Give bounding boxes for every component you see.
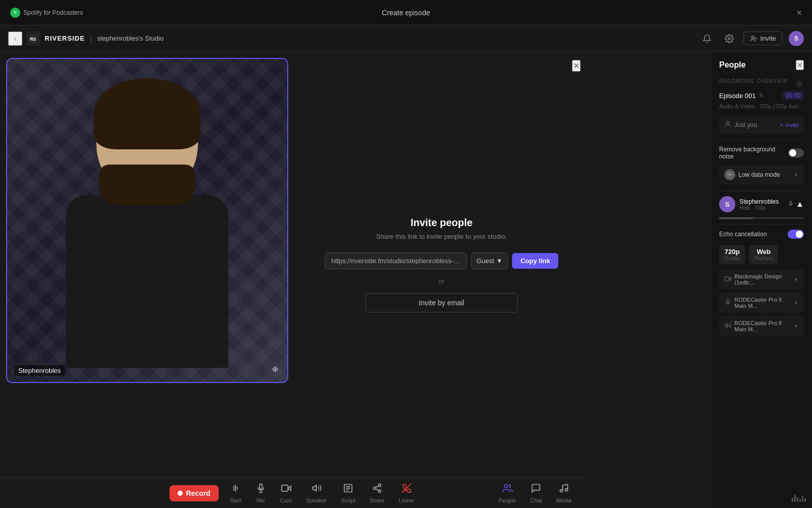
low-data-left: Low data mode	[724, 169, 780, 180]
invite-panel-close[interactable]: ✕	[572, 60, 581, 72]
svg-point-34	[727, 121, 729, 124]
people-icon	[502, 483, 513, 496]
edit-episode-icon[interactable]: ✎	[759, 92, 764, 99]
svg-point-24	[378, 484, 381, 486]
script-button[interactable]: Script	[336, 480, 360, 506]
script-label: Script	[341, 497, 355, 503]
device-left: Blackmagic Design (1edb:...	[724, 273, 794, 285]
mic-level-icon	[788, 200, 794, 209]
invite-link-row: https://riverside.fm/studio/stephenroble…	[325, 252, 558, 269]
script-icon	[343, 483, 353, 496]
cam-label: Cam	[280, 497, 292, 503]
platform-badge: Web Platform	[749, 245, 778, 264]
cam-button[interactable]: Cam	[275, 480, 297, 506]
speaker-device-row[interactable]: RODECaster Pro II Main M... ▼	[719, 316, 804, 336]
wave-bar-1	[792, 498, 793, 502]
person-silhouette	[7, 59, 287, 382]
invite-link-input[interactable]: https://riverside.fm/studio/stephenroble…	[325, 252, 467, 269]
cam-icon	[281, 483, 291, 496]
speaker-icon	[312, 483, 322, 496]
media-button[interactable]: Media	[549, 480, 579, 506]
svg-rect-14	[259, 484, 262, 489]
panel-invite-label: Invite	[786, 122, 799, 128]
chevron-up-icon[interactable]: ▲	[796, 200, 804, 209]
invite-panel: ✕ Invite people Share this link to invit…	[294, 52, 589, 478]
invite-subtitle: Share this link to invite people to your…	[376, 233, 507, 240]
person-role-text: Host 720p	[739, 205, 784, 211]
share-label: Share	[369, 497, 384, 503]
people-button[interactable]: People	[492, 480, 523, 506]
wave-bar-6	[804, 498, 806, 502]
leave-button[interactable]: Leave	[394, 480, 419, 506]
episode-name: Episode 001	[719, 92, 756, 100]
low-data-icon	[724, 169, 735, 180]
video-device-row[interactable]: Blackmagic Design (1edb:... ▼	[719, 269, 804, 290]
video-container: Stephenrobles	[6, 58, 288, 383]
start-icon	[230, 483, 241, 496]
wave-bar-2	[794, 495, 796, 502]
media-icon	[559, 483, 569, 496]
svg-point-33	[799, 83, 800, 84]
copy-link-button[interactable]: Copy link	[512, 253, 558, 269]
svg-rect-18	[281, 485, 288, 491]
quality-sub: Quality	[724, 256, 740, 261]
back-button[interactable]: ‹	[8, 31, 22, 46]
svg-marker-44	[725, 323, 727, 327]
close-button[interactable]: ×	[796, 7, 802, 18]
start-button[interactable]: Start	[225, 480, 247, 506]
speaker-device-icon	[724, 322, 731, 331]
person-controls: ▲	[788, 200, 804, 209]
chevron-down-icon: ▼	[496, 257, 503, 265]
svg-point-25	[373, 487, 376, 489]
panel-close-button[interactable]: ✕	[796, 60, 804, 70]
guest-label: Guest	[477, 257, 494, 265]
low-data-row[interactable]: Low data mode ▼	[719, 165, 804, 184]
speaker-label: Speaker	[306, 497, 327, 503]
svg-marker-17	[288, 486, 291, 490]
notification-button[interactable]	[699, 30, 715, 47]
avatar: S	[789, 31, 804, 46]
volume-bar	[719, 217, 804, 219]
speaker-button[interactable]: Speaker	[301, 480, 332, 506]
person-info: Stephenrobles Host 720p	[739, 198, 784, 211]
settings-button[interactable]	[721, 30, 737, 47]
person-avatar: S	[719, 196, 735, 212]
chevron-right-icon: ▼	[794, 172, 799, 178]
platform-sub: Platform	[754, 256, 773, 261]
svg-rect-42	[727, 299, 729, 303]
divider-2	[719, 190, 804, 191]
record-label: Record	[186, 489, 210, 497]
person-shirt	[66, 195, 228, 368]
record-button[interactable]: Record	[170, 485, 218, 501]
svg-rect-38	[790, 201, 792, 204]
brand-icon: RS	[26, 31, 41, 46]
video-area: Stephenrobles	[0, 52, 294, 478]
svg-point-30	[504, 484, 508, 488]
invite-button[interactable]: Invite	[743, 31, 783, 45]
chat-button[interactable]: Chat	[523, 480, 549, 506]
toolbar-right: People Chat Media	[492, 480, 589, 506]
svg-line-27	[376, 489, 379, 490]
mic-device-row[interactable]: RODECaster Pro II Main M... ▼	[719, 293, 804, 313]
noise-toggle[interactable]	[788, 148, 804, 157]
quality-info: Audio & Video · 720p (720p live)	[719, 103, 804, 109]
mic-button[interactable]: Mic	[251, 480, 271, 506]
echo-row: Echo cancellation	[719, 230, 804, 239]
svg-point-32	[565, 488, 568, 491]
svg-point-31	[560, 489, 563, 492]
svg-marker-40	[729, 277, 731, 280]
mic-device-icon	[724, 299, 731, 307]
device-left: RODECaster Pro II Main M...	[724, 297, 794, 309]
logo: Spotify for Podcasters	[10, 8, 83, 18]
guest-role-select[interactable]: Guest ▼	[471, 252, 509, 269]
share-button[interactable]: Share	[364, 480, 389, 506]
recording-settings-button[interactable]	[795, 79, 804, 88]
record-dot-icon	[178, 491, 183, 496]
nav-bar: ‹ RS RIVERSIDE | stephenrobles's Studio	[0, 25, 812, 52]
invite-label: Invite	[760, 35, 776, 42]
video-person-label: Stephenrobles	[14, 365, 65, 376]
invite-email-button[interactable]: Invite by email	[365, 293, 518, 312]
echo-toggle[interactable]	[788, 230, 804, 239]
waveform-indicator	[792, 495, 806, 502]
panel-invite-button[interactable]: Invite	[779, 122, 799, 128]
